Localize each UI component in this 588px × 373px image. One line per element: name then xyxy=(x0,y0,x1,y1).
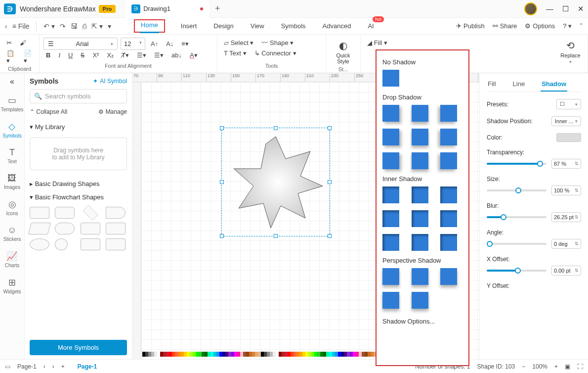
basic-flowchart-section[interactable]: ▾ Basic Flowchart Shapes xyxy=(30,190,127,204)
menu-tab-insert[interactable]: Insert xyxy=(180,19,198,33)
strike-button[interactable]: S̶ xyxy=(78,50,87,60)
shape-rect[interactable] xyxy=(30,207,49,219)
menu-tab-home[interactable]: Home xyxy=(140,18,159,33)
connector-tool[interactable]: ↳ Connector ▾ xyxy=(252,48,299,58)
menu-tab-view[interactable]: View xyxy=(250,19,265,33)
options-button[interactable]: ⚙ Options xyxy=(525,22,555,30)
shadow-position-select[interactable]: Inner ...▾ xyxy=(551,116,581,126)
shape-user[interactable] xyxy=(106,238,126,250)
rail-widgets[interactable]: ⊞Widgets xyxy=(3,277,21,294)
shape-pill[interactable] xyxy=(55,223,75,234)
page-tab[interactable]: Page-1 xyxy=(72,363,103,370)
add-page[interactable]: + xyxy=(61,363,65,370)
x-offset-value[interactable]: 0.00 pt⇅ xyxy=(551,266,581,276)
underline-button[interactable]: U xyxy=(66,50,75,60)
inner-shadow-7[interactable] xyxy=(382,234,399,251)
menu-tab-ai[interactable]: AIhot xyxy=(367,19,375,33)
help-button[interactable]: ? ▾ xyxy=(563,22,572,30)
quick-style-button[interactable]: ◐Quick Style xyxy=(330,38,356,66)
export-button[interactable]: ⇱ ▾ xyxy=(91,22,103,30)
close-button[interactable]: ✕ xyxy=(578,4,584,13)
menu-tab-symbols[interactable]: Symbols xyxy=(280,19,307,33)
superscript-button[interactable]: X² xyxy=(90,50,101,60)
basic-drawing-section[interactable]: ▸ Basic Drawing Shapes xyxy=(30,177,127,190)
angle-slider[interactable] xyxy=(487,243,546,245)
font-family-select[interactable]: ☰ Arial▾ xyxy=(43,38,118,50)
share-button[interactable]: ⚯ Share xyxy=(493,22,517,30)
inner-shadow-9[interactable] xyxy=(440,234,457,251)
transparency-value[interactable]: 87 %⇅ xyxy=(551,159,581,169)
shape-tool[interactable]: 〰 Shape ▾ xyxy=(259,38,296,48)
menu-tab-design[interactable]: Design xyxy=(212,19,234,33)
rail-stickers[interactable]: ☺Stickers xyxy=(3,225,21,242)
shape-circle[interactable] xyxy=(55,238,68,250)
back-button[interactable]: ‹ xyxy=(5,22,7,30)
rail-icons[interactable]: ◎Icons xyxy=(6,199,18,216)
font-size-select[interactable]: 12▾ xyxy=(121,38,145,50)
more-symbols-button[interactable]: More Symbols xyxy=(30,340,127,355)
format-painter-button[interactable]: 🖌 xyxy=(17,38,29,48)
maximize-button[interactable]: ☐ xyxy=(562,4,569,13)
fill-button[interactable]: ◢ Fill ▾ xyxy=(365,38,390,48)
collapse-rail-button[interactable]: « xyxy=(10,77,14,86)
inner-shadow-1[interactable] xyxy=(382,186,399,203)
rail-symbols[interactable]: ◇Symbols xyxy=(2,121,21,139)
size-value[interactable]: 100 %⇅ xyxy=(551,186,581,195)
zoom-value[interactable]: 100% xyxy=(532,363,547,370)
drop-shadow-2[interactable] xyxy=(412,105,428,122)
layout-icon[interactable]: ▭ xyxy=(5,363,10,370)
font-color-button[interactable]: A▾ xyxy=(187,50,200,60)
rp-tab-shadow[interactable]: Shadow xyxy=(541,77,567,92)
decrease-font-button[interactable]: A↓ xyxy=(164,39,176,49)
shape-ellipse[interactable] xyxy=(30,238,49,250)
menu-tab-advanced[interactable]: Advanced xyxy=(322,19,352,33)
prev-page[interactable]: ‹ xyxy=(43,363,45,370)
perspective-2[interactable] xyxy=(412,268,428,285)
perspective-4[interactable] xyxy=(382,292,399,309)
paste-button[interactable]: 📄▾ xyxy=(21,48,36,66)
blur-slider[interactable] xyxy=(487,216,546,218)
rail-text[interactable]: TText xyxy=(7,147,16,164)
perspective-5[interactable] xyxy=(412,292,428,309)
print-button[interactable]: ⎙ xyxy=(83,22,86,30)
no-shadow-swatch[interactable] xyxy=(382,70,399,87)
shape-person[interactable] xyxy=(81,238,100,250)
rp-tab-fill[interactable]: Fill xyxy=(487,77,497,92)
drop-shadow-6[interactable] xyxy=(440,129,457,145)
search-input[interactable]: 🔍 Search symbols xyxy=(30,89,127,103)
ai-symbol-button[interactable]: ✦ AI Symbol xyxy=(93,78,127,85)
drop-shadow-8[interactable] xyxy=(412,152,428,169)
shadow-options-button[interactable]: Shadow Options... xyxy=(382,315,462,325)
cut-button[interactable]: ✂ xyxy=(4,38,14,48)
shape-rounded-rect[interactable] xyxy=(55,207,75,219)
align-button[interactable]: ≡▾ xyxy=(179,39,191,49)
menu-file[interactable]: ≡ File xyxy=(12,22,30,30)
shape-card[interactable] xyxy=(106,223,126,234)
presets-select[interactable]: ☐ ▾ xyxy=(556,99,581,109)
clear-format-button[interactable]: T̸▾ xyxy=(119,50,131,60)
angle-value[interactable]: 0 deg⇅ xyxy=(551,239,581,249)
undo-button[interactable]: ↶ ▾ xyxy=(43,22,55,30)
drop-shadow-5[interactable] xyxy=(412,129,428,145)
rp-tab-line[interactable]: Line xyxy=(512,77,526,92)
perspective-1[interactable] xyxy=(382,268,399,285)
subscript-button[interactable]: X₂ xyxy=(104,50,116,60)
add-tab-button[interactable]: + xyxy=(215,3,220,14)
shape-doc[interactable] xyxy=(106,207,126,219)
line-spacing-button[interactable]: ☰▾ xyxy=(134,50,149,60)
page-label[interactable]: Page-1 xyxy=(17,363,37,370)
collapse-ribbon-button[interactable]: ˄ xyxy=(580,22,583,30)
inner-shadow-4[interactable] xyxy=(382,210,399,227)
manage-button[interactable]: ⚙ Manage xyxy=(98,108,127,115)
document-tab[interactable]: ∋ Drawing1 xyxy=(126,0,209,18)
increase-font-button[interactable]: A↑ xyxy=(148,39,161,49)
collapse-all-button[interactable]: ⌃ Collapse All xyxy=(30,108,67,115)
blur-value[interactable]: 26.25 pt⇅ xyxy=(551,212,581,222)
case-button[interactable]: ab↓ xyxy=(169,50,184,60)
my-library-section[interactable]: ▾ My Library xyxy=(30,120,127,134)
drop-shadow-7[interactable] xyxy=(382,152,399,169)
fullscreen[interactable]: ⛶ xyxy=(577,363,583,370)
inner-shadow-5[interactable] xyxy=(412,210,428,227)
drop-shadow-9[interactable] xyxy=(440,152,457,169)
select-tool[interactable]: ▱ Select ▾ xyxy=(221,38,256,48)
